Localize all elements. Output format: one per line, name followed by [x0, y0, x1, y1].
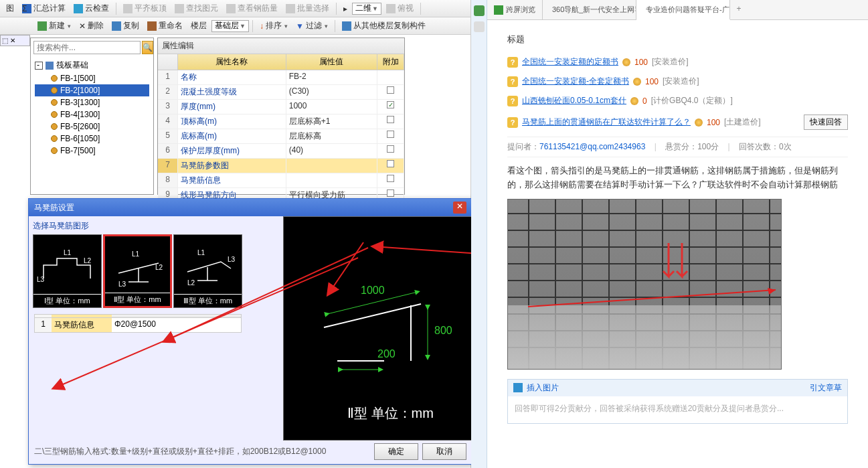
tab-360[interactable]: 360导航_新一代安全上网导航✕ — [543, 0, 636, 19]
back-button[interactable]: ▸ — [340, 3, 351, 15]
quote-link[interactable]: 引文章草 — [810, 382, 842, 394]
question-body: 看这个图，箭头指引的是马凳筋上的一排贯通钢筋，这排钢筋属于措施筋，但是钢筋列的，… — [507, 157, 848, 199]
gear-icon — [51, 147, 58, 154]
shape-type-3[interactable]: L1L3L2 Ⅲ型 单位：mm — [173, 234, 242, 308]
property-row[interactable]: 6保护层厚度(mm)(40) — [158, 144, 404, 159]
question-link[interactable]: 山西铣刨砼面0.05-0.1cm套什 — [522, 95, 626, 106]
svg-text:L2: L2 — [187, 279, 195, 287]
tree-item[interactable]: FB-6[1050] — [35, 133, 149, 145]
svg-text:1000: 1000 — [361, 285, 385, 296]
svg-text:L1: L1 — [132, 250, 140, 258]
shape-type-1[interactable]: L1L2L3 Ⅰ型 单位：mm — [33, 234, 102, 308]
insert-image-link[interactable]: 插入图片 — [527, 382, 559, 394]
reward-score: 100 — [645, 77, 659, 86]
category-tag: [计价GBQ4.0（定额）] — [651, 95, 733, 106]
gear-icon — [51, 75, 58, 82]
question-icon: ? — [507, 57, 518, 68]
question-meta: 提问者：761135421@qq.com2434963 | 悬赏分：100分 |… — [507, 137, 848, 157]
flat-slab-button[interactable]: 平齐板顶 — [120, 1, 170, 15]
svg-text:L3: L3 — [228, 256, 236, 263]
view-mode-combo[interactable]: 二维▼ — [352, 3, 381, 15]
svg-text:L3: L3 — [37, 276, 45, 283]
properties-header: 属性名称 属性值 附加 — [158, 54, 404, 70]
property-row[interactable]: 2混凝土强度等级(C30) — [158, 85, 404, 100]
dialog-title-text: 马凳筋设置 — [34, 202, 74, 214]
cancel-button[interactable]: 取消 — [422, 443, 466, 460]
ok-button[interactable]: 确定 — [374, 443, 418, 460]
close-button[interactable]: ✕ — [453, 202, 466, 214]
strip-icon[interactable] — [474, 21, 485, 32]
filter-button[interactable]: ▼过滤▾ — [292, 19, 331, 33]
raft-icon — [46, 62, 54, 70]
tree-item[interactable]: FB-1[500] — [35, 72, 149, 84]
copy-button[interactable]: 复制 — [108, 19, 143, 33]
info-row[interactable]: 1 马凳筋信息 Φ20@1500 — [34, 318, 242, 333]
quick-answer-button[interactable]: 快速回答 — [804, 114, 848, 130]
copy-from-floor-button[interactable]: 从其他楼层复制构件 — [339, 19, 429, 33]
insert-image-icon[interactable] — [513, 383, 523, 392]
tab-cross-screen[interactable]: 跨屏浏览 — [487, 0, 543, 19]
property-row[interactable]: 1名称FB-2 — [158, 70, 404, 85]
photo-down-arrow-icon — [662, 240, 695, 293]
category-tag: [安装造价] — [663, 76, 699, 87]
asker-link[interactable]: 761135421@qq.com2434963 — [539, 142, 645, 151]
svg-text:L3: L3 — [118, 281, 126, 288]
menu-tu[interactable]: 图 — [3, 1, 17, 15]
rebar-photo — [507, 199, 782, 370]
coin-icon — [633, 78, 641, 86]
tree-item[interactable]: FB-7[500] — [35, 145, 149, 157]
delete-button[interactable]: ✕删除 — [76, 19, 107, 33]
property-row[interactable]: 4顶标高(m)层底标高+1 — [158, 114, 404, 129]
madengji-dialog: 马凳筋设置 ✕ 选择马凳筋图形 L1L2L3 Ⅰ型 单位：mm L1L2L3 Ⅱ… — [28, 198, 472, 465]
sum-calc-button[interactable]: Σ汇总计算 — [19, 1, 69, 15]
category-tag: [土建造价] — [724, 116, 761, 128]
svg-text:L1: L1 — [197, 249, 205, 256]
toolbar-second: 新建▾ ✕删除 复制 重命名 楼层 基础层▼ ↓排序▾ ▼过滤▾ 从其他楼层复制… — [0, 17, 470, 35]
reward-score: 100 — [634, 58, 648, 67]
tab-qa-platform[interactable]: 专业造价问题答疑平台-广联达服 — [636, 0, 730, 20]
qa-item: ? 全国统一安装定额-全套定额书 100 [安装造价] — [507, 72, 848, 91]
sort-button[interactable]: ↓排序▾ — [256, 19, 291, 33]
dock-tab-1[interactable]: ⬚ ✕ — [0, 35, 30, 46]
tree-root[interactable]: 筏板基础 — [35, 58, 149, 72]
tree-item[interactable]: FB-3[1300] — [35, 96, 149, 108]
tree-item[interactable]: FB-4[1300] — [35, 108, 149, 121]
shape-type-2[interactable]: L1L2L3 Ⅱ型 单位：mm — [103, 234, 172, 308]
side-strip — [471, 0, 487, 468]
dialog-titlebar[interactable]: 马凳筋设置 ✕ — [29, 199, 472, 216]
batch-select-button[interactable]: 批量选择 — [282, 1, 333, 15]
view-rebar-button[interactable]: 查看钢筋量 — [223, 1, 281, 15]
top-view-button[interactable]: 俯视 — [383, 1, 417, 15]
question-link[interactable]: 全国统一安装定额-全套定额书 — [522, 76, 629, 87]
question-link[interactable]: 马凳筋上面的贯通钢筋在广联达软件计算了么？ — [522, 116, 691, 128]
strip-icon[interactable] — [474, 5, 485, 16]
svg-text:200: 200 — [377, 348, 396, 360]
page-content: 标题 ? 全国统一安装定额的定额书 100 [安装造价] ? 全国统一安装定额-… — [487, 20, 868, 429]
find-elem-button[interactable]: 查找图元 — [171, 1, 222, 15]
svg-text:L2: L2 — [84, 257, 92, 264]
reward-score: 0 — [642, 96, 647, 106]
properties-title: 属性编辑 — [158, 38, 404, 54]
new-tab-button[interactable]: + — [730, 0, 748, 19]
coin-icon — [630, 97, 638, 105]
close-icon: ✕ — [456, 202, 463, 211]
question-icon: ? — [507, 76, 518, 87]
search-button[interactable]: 🔍 — [142, 41, 153, 54]
answer-textarea[interactable]: 回答即可得2分贡献分，回答被采纳获得系统赠送20贡献分及提问者悬赏分... — [508, 396, 847, 423]
question-link[interactable]: 全国统一安装定额的定额书 — [522, 56, 618, 68]
gear-icon — [51, 87, 58, 94]
tree-item[interactable]: FB-5[2600] — [35, 121, 149, 133]
new-button[interactable]: 新建▾ — [34, 19, 74, 33]
shape-caption: Ⅰ型 单位：mm — [33, 294, 101, 307]
property-row[interactable]: 5底标高(m)层底标高 — [158, 129, 404, 144]
cloud-check-button[interactable]: 云检查 — [70, 1, 112, 15]
property-row[interactable]: 7马凳筋参数图 — [158, 159, 404, 173]
rename-button[interactable]: 重命名 — [144, 19, 186, 33]
property-row[interactable]: 8马凳筋信息 — [158, 173, 404, 188]
separator — [116, 3, 116, 15]
property-row[interactable]: 3厚度(mm)1000 — [158, 100, 404, 114]
tab-icon — [494, 5, 503, 15]
tree-item[interactable]: FB-2[1000] — [35, 84, 149, 96]
search-input[interactable] — [33, 41, 141, 54]
floor-combo[interactable]: 基础层▼ — [211, 20, 249, 32]
